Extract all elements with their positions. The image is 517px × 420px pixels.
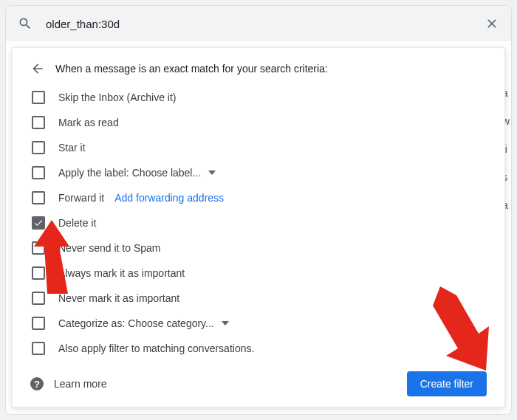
option-label: Forward it	[58, 192, 104, 204]
checkbox[interactable]	[32, 241, 45, 255]
option-label: Mark as read	[58, 117, 119, 128]
filter-option: Never send it to Spam	[27, 235, 504, 261]
filter-options-list: Skip the Inbox (Archive it)Mark as readS…	[13, 82, 504, 361]
filter-option: Skip the Inbox (Archive it)	[27, 85, 504, 110]
filter-option: Always mark it as important	[27, 261, 504, 286]
option-label: Delete it	[58, 217, 96, 229]
option-label: Star it	[58, 142, 86, 154]
filter-option: Star it	[27, 135, 504, 160]
filter-option: Mark as read	[27, 110, 504, 135]
filter-option: Apply the label:Choose label...	[27, 160, 504, 185]
option-label: Always mark it as important	[58, 267, 185, 279]
checkbox[interactable]	[32, 216, 45, 230]
app-frame: a w ti s a When a message is an exact ma…	[6, 6, 511, 414]
filter-option: Never mark it as important	[27, 286, 504, 311]
back-arrow-icon[interactable]	[30, 61, 45, 76]
checkbox[interactable]	[32, 266, 45, 280]
search-bar	[6, 6, 511, 41]
dropdown-select[interactable]: Choose label...	[132, 167, 216, 179]
checkbox[interactable]	[32, 91, 45, 104]
filter-option: Also apply filter to matching conversati…	[27, 336, 504, 361]
create-filter-button[interactable]: Create filter	[407, 371, 487, 396]
forwarding-address-link[interactable]: Add forwarding address	[114, 192, 224, 204]
option-label: Never send it to Spam	[58, 242, 161, 254]
option-label: Never mark it as important	[58, 292, 179, 304]
filter-option: Delete it	[27, 210, 504, 235]
dropdown-select[interactable]: Choose category...	[128, 317, 228, 329]
search-icon[interactable]	[16, 15, 34, 32]
checkbox[interactable]	[32, 116, 45, 129]
checkbox[interactable]	[32, 166, 45, 179]
help-icon: ?	[30, 377, 44, 390]
dialog-header: When a message is an exact match for you…	[13, 61, 504, 82]
checkbox[interactable]	[32, 191, 45, 204]
option-label: Skip the Inbox (Archive it)	[58, 92, 177, 103]
option-label: Apply the label:	[58, 167, 129, 179]
search-input[interactable]	[44, 17, 483, 31]
filter-option: Categorize as:Choose category...	[27, 311, 504, 336]
learn-more-link[interactable]: ? Learn more	[30, 377, 107, 390]
option-label: Also apply filter to matching conversati…	[58, 342, 254, 354]
dialog-footer: ? Learn more Create filter	[30, 371, 487, 396]
checkbox[interactable]	[32, 317, 45, 330]
checkbox[interactable]	[32, 292, 45, 305]
checkbox[interactable]	[32, 141, 45, 154]
dialog-title: When a message is an exact match for you…	[55, 63, 328, 75]
checkbox[interactable]	[32, 342, 45, 355]
filter-option: Forward itAdd forwarding address	[27, 185, 504, 210]
filter-dialog: When a message is an exact match for you…	[12, 47, 505, 407]
close-icon[interactable]	[483, 15, 501, 32]
option-label: Categorize as:	[58, 317, 125, 329]
